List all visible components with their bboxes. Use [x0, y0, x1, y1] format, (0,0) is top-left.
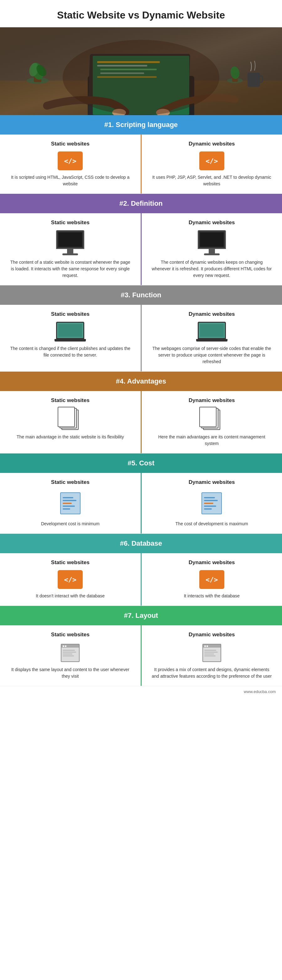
monitor-icon: [56, 230, 84, 255]
right-desc-layout: It provides a mix of content and designs…: [151, 667, 273, 679]
layout-icon: [199, 642, 224, 663]
section-header-advantages: #4. Advantages: [0, 372, 282, 391]
right-cell-scripting: Dynamic websites </> It uses PHP, JSP, A…: [142, 135, 282, 194]
monitor-icon: [198, 230, 226, 255]
section-function: #3. Function Static websites The content…: [0, 285, 282, 372]
right-desc-definition: The content of dynamic websites keeps on…: [151, 259, 273, 279]
section-layout: #7. Layout Static websites: [0, 606, 282, 686]
section-cost: #5. Cost Static websites Development cos…: [0, 453, 282, 534]
right-icon-container-scripting: </>: [151, 151, 273, 170]
left-icon-container-advantages: [10, 408, 131, 430]
left-icon-container-layout: [10, 642, 131, 663]
cost-icon: [60, 492, 81, 514]
layout-icon: [58, 642, 83, 663]
code-icon: </>: [199, 151, 224, 170]
page-title: Static Website vs Dynamic Website: [0, 0, 282, 27]
left-title-function: Static websites: [10, 311, 131, 317]
right-icon-container-cost: [151, 490, 273, 517]
right-desc-database: It interacts with the database: [151, 593, 273, 599]
left-icon-container-function: [10, 322, 131, 342]
right-cell-advantages: Dynamic websites Here the main advantage…: [142, 391, 282, 453]
laptop-icon: [54, 322, 86, 342]
right-title-layout: Dynamic websites: [151, 632, 273, 638]
left-cell-definition: Static websites The content of a static …: [0, 213, 142, 285]
left-desc-scripting: It is scripted using HTML, JavaScript, C…: [10, 174, 131, 187]
comparison-row-scripting: Static websites </> It is scripted using…: [0, 135, 282, 194]
comparison-row-advantages: Static websites The main advantage in th…: [0, 391, 282, 453]
right-title-function: Dynamic websites: [151, 311, 273, 317]
left-title-database: Static websites: [10, 560, 131, 566]
section-scripting: #1. Scripting language Static websites <…: [0, 115, 282, 194]
comparison-row-database: Static websites </> It doesn't interact …: [0, 553, 282, 606]
right-desc-scripting: It uses PHP, JSP, ASP, Servlet, and .NET…: [151, 174, 273, 187]
left-desc-layout: It displays the same layout and content …: [10, 667, 131, 679]
code-icon: </>: [58, 151, 83, 170]
left-cell-database: Static websites </> It doesn't interact …: [0, 553, 142, 606]
right-desc-function: The webpages comprise of server-side cod…: [151, 345, 273, 365]
section-header-layout: #7. Layout: [0, 606, 282, 625]
right-title-scripting: Dynamic websites: [151, 141, 273, 147]
right-desc-advantages: Here the main advantages are its content…: [151, 434, 273, 447]
svg-rect-12: [260, 76, 263, 82]
right-cell-definition: Dynamic websites The content of dynamic …: [142, 213, 282, 285]
left-icon-container-cost: [10, 490, 131, 517]
left-icon-container-database: </>: [10, 570, 131, 589]
left-title-advantages: Static websites: [10, 397, 131, 404]
right-title-advantages: Dynamic websites: [151, 397, 273, 404]
files-icon: [58, 408, 83, 430]
left-cell-layout: Static websites: [0, 625, 142, 686]
code-icon: </>: [199, 570, 224, 589]
left-desc-database: It doesn't interact with the database: [10, 593, 131, 599]
section-header-definition: #2. Definition: [0, 194, 282, 213]
comparison-row-function: Static websites The content is changed i…: [0, 305, 282, 372]
right-icon-container-advantages: [151, 408, 273, 430]
watermark: www.educba.com: [0, 686, 282, 697]
left-cell-function: Static websites The content is changed i…: [0, 305, 142, 371]
right-title-database: Dynamic websites: [151, 560, 273, 566]
section-database: #6. Database Static websites </> It does…: [0, 534, 282, 606]
comparison-row-layout: Static websites: [0, 625, 282, 686]
right-cell-cost: Dynamic websites The cost of development…: [142, 473, 282, 533]
comparison-row-definition: Static websites The content of a static …: [0, 213, 282, 285]
section-header-database: #6. Database: [0, 534, 282, 553]
hero-image: [0, 27, 282, 115]
left-cell-scripting: Static websites </> It is scripted using…: [0, 135, 142, 194]
sections-container: #1. Scripting language Static websites <…: [0, 115, 282, 686]
left-desc-advantages: The main advantage in the static website…: [10, 434, 131, 440]
svg-point-25: [63, 40, 219, 115]
svg-rect-11: [247, 73, 260, 87]
left-desc-function: The content is changed if the client pub…: [10, 345, 131, 358]
right-icon-container-layout: [151, 642, 273, 663]
section-advantages: #4. Advantages Static websites The main …: [0, 372, 282, 453]
right-title-cost: Dynamic websites: [151, 479, 273, 485]
cost-icon: [201, 492, 222, 514]
right-cell-function: Dynamic websites The webpages comprise o…: [142, 305, 282, 371]
section-definition: #2. Definition Static websites The conte…: [0, 194, 282, 285]
left-icon-container-scripting: </>: [10, 151, 131, 170]
left-title-scripting: Static websites: [10, 141, 131, 147]
right-desc-cost: The cost of development is maximum: [151, 520, 273, 527]
files-icon: [199, 408, 224, 430]
left-cell-cost: Static websites Development cost is mini…: [0, 473, 142, 533]
left-title-layout: Static websites: [10, 632, 131, 638]
left-title-definition: Static websites: [10, 220, 131, 226]
left-title-cost: Static websites: [10, 479, 131, 485]
left-desc-cost: Development cost is minimum: [10, 520, 131, 527]
section-header-scripting: #1. Scripting language: [0, 115, 282, 135]
right-cell-database: Dynamic websites </> It interacts with t…: [142, 553, 282, 606]
left-icon-container-definition: [10, 230, 131, 255]
right-icon-container-definition: [151, 230, 273, 255]
section-header-function: #3. Function: [0, 285, 282, 305]
right-icon-container-database: </>: [151, 570, 273, 589]
code-icon: </>: [58, 570, 83, 589]
laptop-icon: [196, 322, 228, 342]
left-cell-advantages: Static websites The main advantage in th…: [0, 391, 142, 453]
right-icon-container-function: [151, 322, 273, 342]
comparison-row-cost: Static websites Development cost is mini…: [0, 473, 282, 534]
section-header-cost: #5. Cost: [0, 453, 282, 473]
left-desc-definition: The content of a static website is const…: [10, 259, 131, 279]
right-title-definition: Dynamic websites: [151, 220, 273, 226]
right-cell-layout: Dynamic websites: [142, 625, 282, 686]
